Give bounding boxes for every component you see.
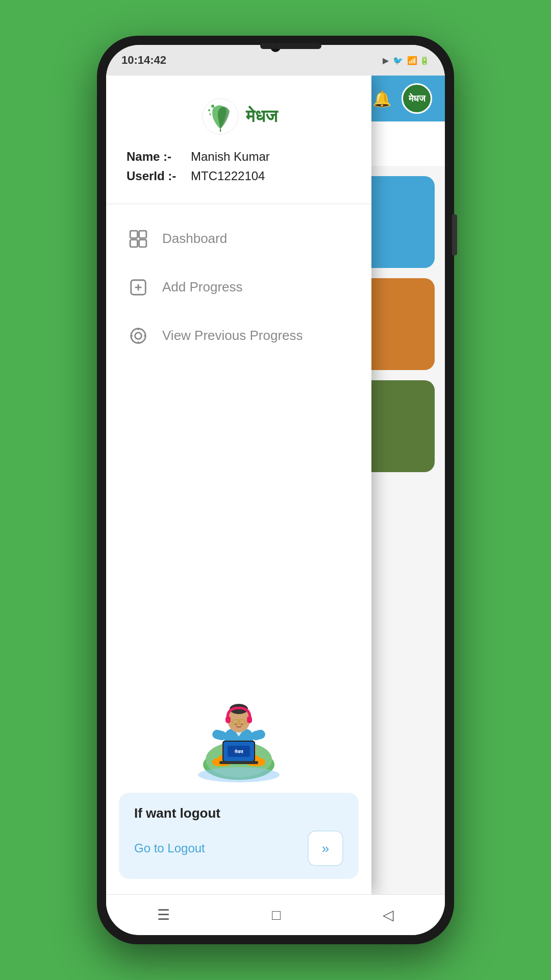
- svg-rect-55: [226, 716, 231, 723]
- svg-point-18: [211, 105, 214, 108]
- userid-value: MTC1222104: [191, 169, 265, 183]
- logout-card-title: If want logout: [134, 805, 343, 821]
- svg-point-30: [135, 332, 141, 339]
- svg-point-37: [198, 767, 280, 782]
- nav-dashboard-label: Dashboard: [162, 231, 227, 247]
- svg-rect-22: [130, 231, 137, 238]
- logo-container: मेधज: [200, 96, 278, 137]
- nav-item-add-progress[interactable]: Add Progress: [106, 263, 371, 311]
- navigation-drawer: मेधज Name :- Manish Kumar UserId :- MTC1…: [106, 76, 371, 894]
- add-progress-icon: [127, 276, 149, 299]
- name-label: Name :-: [127, 150, 183, 164]
- svg-text:मेधज: मेधज: [234, 749, 243, 754]
- go-to-logout-link[interactable]: Go to Logout: [134, 841, 205, 855]
- phone-side-button: [452, 214, 457, 255]
- nav-item-dashboard[interactable]: Dashboard: [106, 214, 371, 263]
- back-icon[interactable]: ◁: [383, 906, 394, 923]
- phone-device: 10:14:42 ▶ 🐦 📶 🔋 🔔 मेधज come back!: [97, 36, 454, 944]
- phone-screen: 10:14:42 ▶ 🐦 📶 🔋 🔔 मेधज come back!: [106, 45, 445, 935]
- svg-point-63: [241, 724, 243, 725]
- app-logo-text: मेधज: [246, 106, 278, 127]
- svg-point-19: [208, 109, 210, 111]
- bottom-navigation-bar: ☰ □ ◁: [106, 894, 445, 935]
- logout-row: Go to Logout »: [134, 830, 343, 866]
- user-id-row: UserId :- MTC1222104: [127, 169, 351, 183]
- signal-icons: 📶 🔋: [407, 56, 430, 65]
- nav-view-progress-label: View Previous Progress: [162, 328, 303, 344]
- nav-item-view-progress[interactable]: View Previous Progress: [106, 311, 371, 360]
- menu-icon[interactable]: ☰: [157, 906, 170, 923]
- nav-list: Dashboard Add Progress: [106, 204, 371, 665]
- name-value: Manish Kumar: [191, 150, 270, 164]
- userid-label: UserId :-: [127, 169, 183, 183]
- twitter-icon: 🐦: [393, 56, 403, 65]
- svg-rect-56: [247, 716, 252, 723]
- status-icons: ▶ 🐦 📶 🔋: [383, 56, 430, 65]
- phone-speaker: [260, 43, 321, 49]
- drawer-illustration: मेधज: [106, 665, 371, 793]
- svg-rect-25: [139, 239, 146, 247]
- svg-point-29: [131, 328, 145, 343]
- status-time: 10:14:42: [121, 54, 166, 67]
- app-logo-icon: [200, 96, 241, 137]
- user-info-section: Name :- Manish Kumar UserId :- MTC122210…: [121, 150, 356, 188]
- svg-point-62: [235, 724, 237, 725]
- youtube-icon: ▶: [383, 56, 389, 65]
- view-progress-icon: [127, 324, 149, 347]
- logout-arrow-button[interactable]: »: [308, 830, 343, 866]
- user-name-row: Name :- Manish Kumar: [127, 150, 351, 164]
- person-laptop-illustration: मेधज: [183, 670, 295, 782]
- logout-card: If want logout Go to Logout »: [119, 793, 359, 879]
- home-square-icon[interactable]: □: [272, 907, 281, 923]
- user-avatar[interactable]: मेधज: [402, 83, 432, 114]
- screen-body: 🔔 मेधज come back!: [106, 76, 445, 894]
- nav-add-progress-label: Add Progress: [162, 279, 243, 295]
- notification-bell-icon[interactable]: 🔔: [372, 90, 391, 108]
- svg-point-20: [209, 113, 211, 115]
- svg-rect-24: [130, 239, 137, 247]
- svg-rect-51: [219, 761, 258, 764]
- svg-rect-23: [139, 231, 146, 238]
- drawer-header: मेधज Name :- Manish Kumar UserId :- MTC1…: [106, 76, 371, 204]
- dashboard-icon: [127, 227, 149, 250]
